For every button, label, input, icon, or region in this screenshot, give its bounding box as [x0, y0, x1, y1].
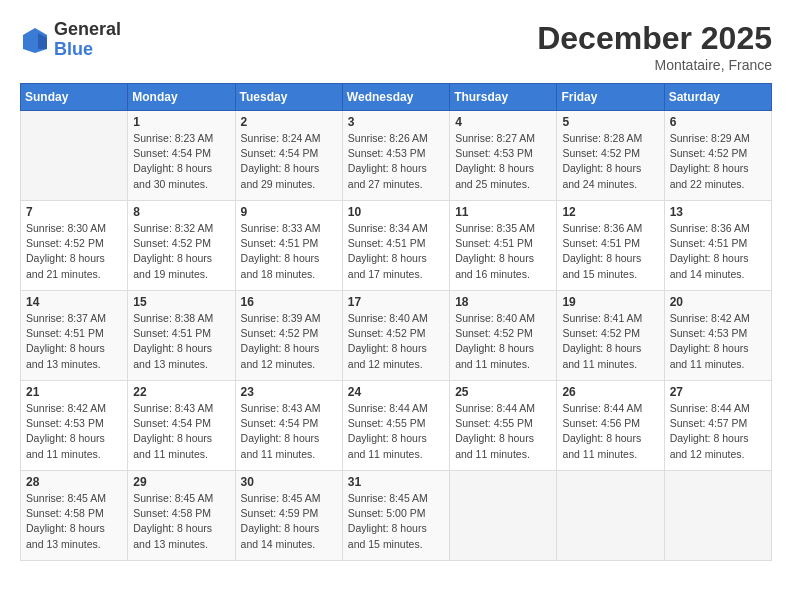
calendar-cell: 14Sunrise: 8:37 AMSunset: 4:51 PMDayligh…	[21, 291, 128, 381]
day-info: Sunrise: 8:44 AMSunset: 4:56 PMDaylight:…	[562, 401, 658, 462]
calendar-cell: 3Sunrise: 8:26 AMSunset: 4:53 PMDaylight…	[342, 111, 449, 201]
day-number: 3	[348, 115, 444, 129]
day-info: Sunrise: 8:45 AMSunset: 4:58 PMDaylight:…	[26, 491, 122, 552]
calendar-cell: 5Sunrise: 8:28 AMSunset: 4:52 PMDaylight…	[557, 111, 664, 201]
day-info: Sunrise: 8:42 AMSunset: 4:53 PMDaylight:…	[26, 401, 122, 462]
calendar-cell: 17Sunrise: 8:40 AMSunset: 4:52 PMDayligh…	[342, 291, 449, 381]
logo-general-label: General	[54, 20, 121, 40]
day-info: Sunrise: 8:41 AMSunset: 4:52 PMDaylight:…	[562, 311, 658, 372]
calendar-cell: 16Sunrise: 8:39 AMSunset: 4:52 PMDayligh…	[235, 291, 342, 381]
day-number: 30	[241, 475, 337, 489]
day-number: 13	[670, 205, 766, 219]
day-number: 16	[241, 295, 337, 309]
calendar-cell: 24Sunrise: 8:44 AMSunset: 4:55 PMDayligh…	[342, 381, 449, 471]
day-info: Sunrise: 8:36 AMSunset: 4:51 PMDaylight:…	[562, 221, 658, 282]
day-info: Sunrise: 8:40 AMSunset: 4:52 PMDaylight:…	[348, 311, 444, 372]
day-number: 15	[133, 295, 229, 309]
calendar-week-2: 7Sunrise: 8:30 AMSunset: 4:52 PMDaylight…	[21, 201, 772, 291]
header-day-monday: Monday	[128, 84, 235, 111]
logo: General Blue	[20, 20, 121, 60]
day-info: Sunrise: 8:32 AMSunset: 4:52 PMDaylight:…	[133, 221, 229, 282]
calendar-cell: 27Sunrise: 8:44 AMSunset: 4:57 PMDayligh…	[664, 381, 771, 471]
logo-blue-label: Blue	[54, 40, 121, 60]
calendar-cell: 10Sunrise: 8:34 AMSunset: 4:51 PMDayligh…	[342, 201, 449, 291]
header-day-wednesday: Wednesday	[342, 84, 449, 111]
day-info: Sunrise: 8:34 AMSunset: 4:51 PMDaylight:…	[348, 221, 444, 282]
day-number: 10	[348, 205, 444, 219]
day-number: 6	[670, 115, 766, 129]
day-info: Sunrise: 8:45 AMSunset: 5:00 PMDaylight:…	[348, 491, 444, 552]
day-number: 21	[26, 385, 122, 399]
day-number: 24	[348, 385, 444, 399]
calendar-cell: 4Sunrise: 8:27 AMSunset: 4:53 PMDaylight…	[450, 111, 557, 201]
logo-text: General Blue	[54, 20, 121, 60]
day-number: 18	[455, 295, 551, 309]
header-day-sunday: Sunday	[21, 84, 128, 111]
day-number: 4	[455, 115, 551, 129]
day-number: 22	[133, 385, 229, 399]
day-number: 31	[348, 475, 444, 489]
calendar-cell: 21Sunrise: 8:42 AMSunset: 4:53 PMDayligh…	[21, 381, 128, 471]
calendar-cell: 31Sunrise: 8:45 AMSunset: 5:00 PMDayligh…	[342, 471, 449, 561]
header-day-tuesday: Tuesday	[235, 84, 342, 111]
day-number: 25	[455, 385, 551, 399]
day-info: Sunrise: 8:44 AMSunset: 4:57 PMDaylight:…	[670, 401, 766, 462]
day-info: Sunrise: 8:39 AMSunset: 4:52 PMDaylight:…	[241, 311, 337, 372]
calendar-cell: 13Sunrise: 8:36 AMSunset: 4:51 PMDayligh…	[664, 201, 771, 291]
day-number: 23	[241, 385, 337, 399]
day-info: Sunrise: 8:44 AMSunset: 4:55 PMDaylight:…	[348, 401, 444, 462]
day-info: Sunrise: 8:24 AMSunset: 4:54 PMDaylight:…	[241, 131, 337, 192]
calendar-cell: 23Sunrise: 8:43 AMSunset: 4:54 PMDayligh…	[235, 381, 342, 471]
calendar-cell: 20Sunrise: 8:42 AMSunset: 4:53 PMDayligh…	[664, 291, 771, 381]
day-info: Sunrise: 8:43 AMSunset: 4:54 PMDaylight:…	[241, 401, 337, 462]
calendar-cell: 8Sunrise: 8:32 AMSunset: 4:52 PMDaylight…	[128, 201, 235, 291]
calendar-cell: 18Sunrise: 8:40 AMSunset: 4:52 PMDayligh…	[450, 291, 557, 381]
day-info: Sunrise: 8:37 AMSunset: 4:51 PMDaylight:…	[26, 311, 122, 372]
month-title: December 2025	[537, 20, 772, 57]
day-number: 1	[133, 115, 229, 129]
calendar-cell: 1Sunrise: 8:23 AMSunset: 4:54 PMDaylight…	[128, 111, 235, 201]
day-number: 11	[455, 205, 551, 219]
calendar-cell	[21, 111, 128, 201]
header-day-friday: Friday	[557, 84, 664, 111]
calendar-cell	[450, 471, 557, 561]
calendar-cell: 11Sunrise: 8:35 AMSunset: 4:51 PMDayligh…	[450, 201, 557, 291]
day-info: Sunrise: 8:33 AMSunset: 4:51 PMDaylight:…	[241, 221, 337, 282]
logo-icon	[20, 25, 50, 55]
calendar-week-1: 1Sunrise: 8:23 AMSunset: 4:54 PMDaylight…	[21, 111, 772, 201]
header-day-thursday: Thursday	[450, 84, 557, 111]
day-info: Sunrise: 8:26 AMSunset: 4:53 PMDaylight:…	[348, 131, 444, 192]
calendar-cell: 19Sunrise: 8:41 AMSunset: 4:52 PMDayligh…	[557, 291, 664, 381]
calendar-cell: 6Sunrise: 8:29 AMSunset: 4:52 PMDaylight…	[664, 111, 771, 201]
day-info: Sunrise: 8:42 AMSunset: 4:53 PMDaylight:…	[670, 311, 766, 372]
day-number: 9	[241, 205, 337, 219]
title-block: December 2025 Montataire, France	[537, 20, 772, 73]
calendar-cell: 2Sunrise: 8:24 AMSunset: 4:54 PMDaylight…	[235, 111, 342, 201]
calendar-header: SundayMondayTuesdayWednesdayThursdayFrid…	[21, 84, 772, 111]
calendar-cell	[664, 471, 771, 561]
day-info: Sunrise: 8:38 AMSunset: 4:51 PMDaylight:…	[133, 311, 229, 372]
calendar-week-4: 21Sunrise: 8:42 AMSunset: 4:53 PMDayligh…	[21, 381, 772, 471]
calendar-cell: 7Sunrise: 8:30 AMSunset: 4:52 PMDaylight…	[21, 201, 128, 291]
calendar-cell: 15Sunrise: 8:38 AMSunset: 4:51 PMDayligh…	[128, 291, 235, 381]
calendar-cell: 26Sunrise: 8:44 AMSunset: 4:56 PMDayligh…	[557, 381, 664, 471]
calendar-cell: 9Sunrise: 8:33 AMSunset: 4:51 PMDaylight…	[235, 201, 342, 291]
day-number: 20	[670, 295, 766, 309]
page-header: General Blue December 2025 Montataire, F…	[20, 20, 772, 73]
calendar-cell: 28Sunrise: 8:45 AMSunset: 4:58 PMDayligh…	[21, 471, 128, 561]
calendar-week-5: 28Sunrise: 8:45 AMSunset: 4:58 PMDayligh…	[21, 471, 772, 561]
calendar-cell	[557, 471, 664, 561]
calendar-cell: 30Sunrise: 8:45 AMSunset: 4:59 PMDayligh…	[235, 471, 342, 561]
day-number: 28	[26, 475, 122, 489]
calendar-cell: 29Sunrise: 8:45 AMSunset: 4:58 PMDayligh…	[128, 471, 235, 561]
calendar-table: SundayMondayTuesdayWednesdayThursdayFrid…	[20, 83, 772, 561]
day-info: Sunrise: 8:45 AMSunset: 4:59 PMDaylight:…	[241, 491, 337, 552]
day-info: Sunrise: 8:27 AMSunset: 4:53 PMDaylight:…	[455, 131, 551, 192]
day-info: Sunrise: 8:45 AMSunset: 4:58 PMDaylight:…	[133, 491, 229, 552]
day-info: Sunrise: 8:35 AMSunset: 4:51 PMDaylight:…	[455, 221, 551, 282]
location-subtitle: Montataire, France	[537, 57, 772, 73]
day-info: Sunrise: 8:29 AMSunset: 4:52 PMDaylight:…	[670, 131, 766, 192]
day-number: 17	[348, 295, 444, 309]
day-number: 29	[133, 475, 229, 489]
day-number: 7	[26, 205, 122, 219]
